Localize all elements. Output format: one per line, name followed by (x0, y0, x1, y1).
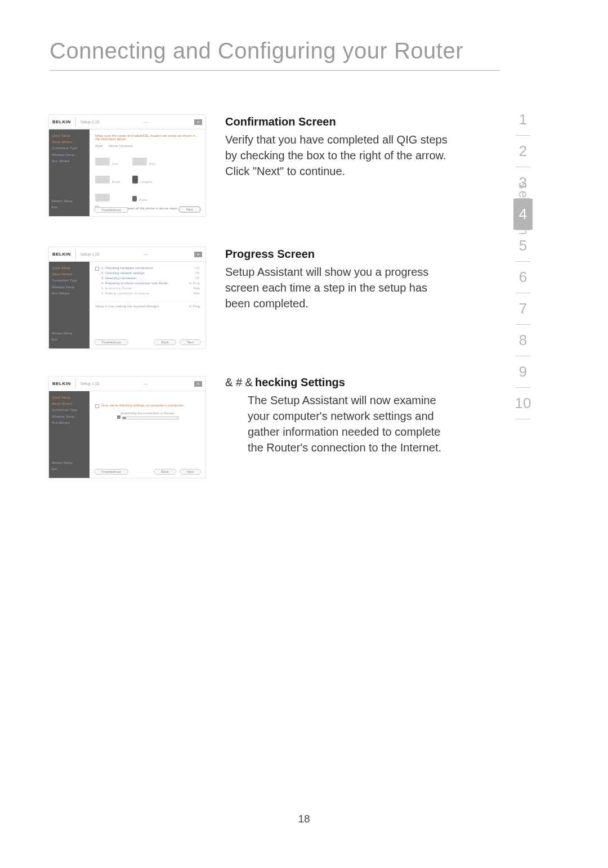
title-rule (50, 70, 500, 71)
troubleshoot-button: Troubleshoot (94, 469, 128, 475)
screenshot-header: BELKIN Setup 1.10 — × (49, 247, 205, 262)
screenshot-subtitle: Setup 1.10 (81, 252, 100, 256)
checking-heading: hecking Settings (255, 376, 345, 388)
state-status: In Prog (189, 305, 200, 308)
header-divider (75, 249, 76, 259)
screenshot-header: BELKIN Setup 1.10 — × (49, 377, 205, 391)
power-icon (132, 196, 137, 202)
pc-icon (132, 176, 138, 184)
col-label: Internet Connection (109, 144, 133, 147)
sidebar-item: Setup Wizard (52, 272, 87, 276)
belkin-logo: BELKIN (52, 119, 71, 124)
close-icon: × (194, 381, 202, 387)
confirmation-heading: Confirmation Screen (225, 115, 449, 128)
sidebar-item: Connection Type (52, 279, 87, 283)
confirmation-block: Confirmation Screen Verify that you have… (225, 115, 449, 179)
checkbox (95, 267, 99, 271)
minimize-icon: — (144, 381, 148, 386)
nav-7[interactable]: 7 (513, 293, 533, 324)
screenshot-body: Quick Setup Setup Wizard Connection Type… (49, 129, 205, 216)
screenshot-sidebar: Quick Setup Setup Wizard Connection Type… (49, 391, 90, 478)
screenshot-main: 1. Checking hardware connectionsOK 2. Ch… (90, 262, 205, 348)
next-button: Next (180, 339, 201, 345)
diagram-row: Power (95, 187, 200, 202)
sidebar-item: Quick Setup (52, 396, 87, 400)
back-button: Back (154, 339, 176, 345)
nav-8[interactable]: 8 (513, 325, 533, 356)
confirmation-body: Verify that you have completed all QIG s… (225, 132, 449, 179)
nav-2[interactable]: 2 (513, 136, 533, 167)
progress-item-status: Wait (193, 292, 200, 295)
router-icon (95, 176, 110, 184)
troubleshoot-button: Troubleshoot (94, 339, 128, 345)
instruction-text: Make sure the router and cable/DSL modem… (95, 134, 200, 141)
diagram-row: Front Back (95, 151, 200, 165)
sidebar-item: Exit (52, 338, 87, 342)
belkin-logo: BELKIN (52, 381, 71, 386)
progress-bar (122, 417, 178, 419)
section-nav: 1 2 3 4 5 6 7 8 9 10 (513, 104, 533, 419)
progress-fill (123, 417, 126, 419)
progress-list: 1. Checking hardware connectionsOK 2. Ch… (101, 266, 200, 297)
sidebar-item: Exit (52, 467, 87, 471)
screenshot-sidebar: Quick Setup Setup Wizard Connection Type… (49, 262, 90, 348)
instruction-text: Now, we're checking settings on computer… (101, 404, 185, 407)
checking-screenshot: BELKIN Setup 1.10 — × Quick Setup Setup … (48, 376, 206, 478)
icon-label: Front (112, 162, 119, 165)
header-divider (75, 117, 76, 127)
router-icon (95, 194, 110, 202)
belkin-logo: BELKIN (52, 252, 71, 257)
nav-divider (516, 419, 530, 419)
sidebar-item: Connection Type (52, 408, 87, 412)
progress-item-text: 1. Checking hardware connections (101, 266, 153, 270)
nav-10[interactable]: 10 (513, 388, 533, 419)
nav-6[interactable]: 6 (513, 262, 533, 293)
sidebar-item: Run Wizard (52, 421, 87, 425)
progress-item-status: OK (195, 276, 200, 280)
sidebar-item: Quick Setup (52, 266, 87, 270)
progress-item-status: Wait (193, 287, 200, 290)
nav-3[interactable]: 3 (513, 167, 533, 198)
diagram-row: Router Computer (95, 169, 200, 184)
nav-5[interactable]: 5 (513, 230, 533, 261)
progress-item-text: 3. Detecting connection (101, 276, 137, 280)
progress-item-text: 5. Examining Router (101, 287, 132, 290)
progress-item-text: 2. Checking network settings (101, 271, 145, 275)
nav-1[interactable]: 1 (513, 104, 533, 135)
icon-label: Power (139, 198, 147, 202)
sidebar-item: Exit (52, 205, 87, 209)
screenshot-body: Quick Setup Setup Wizard Connection Type… (49, 391, 205, 478)
icon-label: Computer (140, 180, 153, 184)
sidebar-item: Wireless Setup (52, 415, 87, 419)
col-label: Model (95, 144, 103, 147)
sidebar-item: Setup Wizard (52, 402, 87, 406)
progress-item-text: 6. Making connection to Internet (101, 292, 149, 295)
page-number: 18 (298, 813, 310, 825)
nav-4[interactable]: 4 (513, 199, 533, 230)
screenshot-main: Make sure the router and cable/DSL modem… (90, 129, 205, 216)
checking-prefix: & # & (225, 376, 253, 388)
sidebar-item: Run Wizard (52, 292, 87, 296)
minimize-icon: — (144, 252, 148, 257)
sidebar-item: Restart Setup (52, 199, 87, 203)
sidebar-item: Restart Setup (52, 461, 87, 465)
page-title: Connecting and Configuring your Router (50, 38, 463, 64)
progress-indicator-icon (117, 415, 120, 419)
screenshot-sidebar: Quick Setup Setup Wizard Connection Type… (49, 129, 90, 216)
header-divider (75, 379, 76, 389)
state-text: Setup is now making the required changes (95, 305, 159, 308)
screenshot-body: Quick Setup Setup Wizard Connection Type… (49, 262, 205, 348)
back-button: Back (154, 469, 176, 475)
sidebar-item: Wireless Setup (52, 285, 87, 289)
screenshot-subtitle: Setup 1.10 (81, 382, 100, 386)
progress-body: Setup Assistant will show you a progress… (225, 264, 433, 311)
router-icon (95, 158, 110, 165)
nav-9[interactable]: 9 (513, 356, 533, 387)
sidebar-item: Restart Setup (52, 332, 87, 335)
next-button: Next (180, 469, 201, 475)
sidebar-item: Setup Wizard (52, 140, 87, 144)
progress-block: Progress Screen Setup Assistant will sho… (225, 248, 433, 311)
sidebar-item: Connection Type (52, 146, 87, 150)
state-line: Setup is now making the required changes… (95, 301, 200, 308)
checkbox (95, 404, 99, 408)
